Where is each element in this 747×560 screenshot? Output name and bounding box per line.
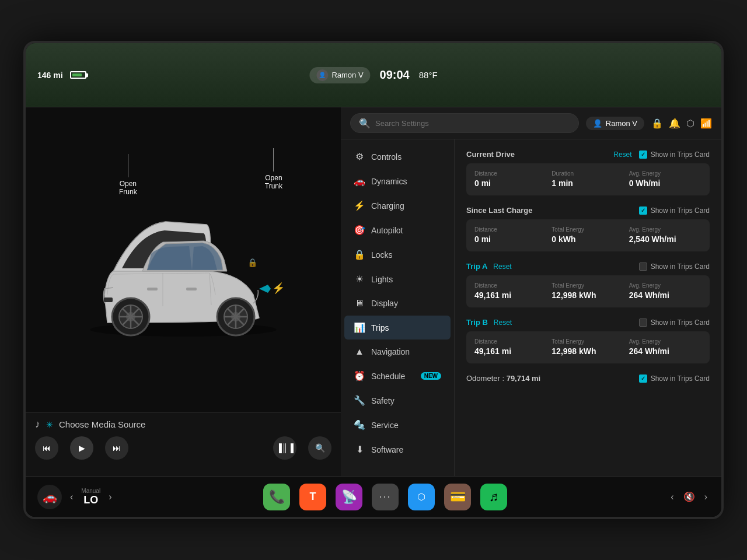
nav-label-controls: Controls xyxy=(371,152,402,162)
since-last-charge-checkbox[interactable]: ✓ xyxy=(639,206,647,215)
prev-track-button[interactable]: ⏮ xyxy=(35,436,58,460)
volume-chevron-left[interactable]: ‹ xyxy=(668,489,676,505)
radio-app-icon[interactable]: 📡 xyxy=(336,484,362,510)
nav-item-service[interactable]: 🔩 Service xyxy=(344,413,451,437)
avg-energy-value: 0 Wh/mi xyxy=(629,178,661,188)
current-drive-show-check[interactable]: ✓ Show in Trips Card xyxy=(639,150,710,159)
trip-b-title: Trip B xyxy=(466,318,488,327)
svg-rect-3 xyxy=(147,288,158,290)
car-taskbar-icon[interactable]: 🚗 xyxy=(37,485,62,509)
trip-a-header: Trip A Reset Show in Trips Card xyxy=(466,262,710,271)
trip-b-distance-value: 49,161 mi xyxy=(474,346,511,356)
since-last-charge-header: Since Last Charge ✓ Show in Trips Card xyxy=(466,206,710,215)
nav-item-schedule[interactable]: ⏰ Schedule NEW xyxy=(344,364,451,388)
svg-rect-21 xyxy=(104,298,113,302)
tesla-app-icon[interactable]: T xyxy=(299,484,326,510)
media-controls: ⏮ ▶ ⏭ ▐║▐ 🔍 xyxy=(35,436,331,460)
nav-label-trips: Trips xyxy=(371,323,389,332)
current-drive-checkbox[interactable]: ✓ xyxy=(639,150,647,159)
spotify-app-icon[interactable]: ♬ xyxy=(480,484,507,510)
current-drive-duration: Duration 1 min xyxy=(551,170,624,188)
charging-icon: ⚡ xyxy=(354,200,365,211)
odometer-checkbox[interactable]: ✓ xyxy=(639,374,647,383)
nav-item-safety[interactable]: 🔧 Safety xyxy=(344,388,451,412)
trip-b-avg-energy: Avg. Energy 264 Wh/mi xyxy=(629,338,701,356)
volume-chevron-right[interactable]: › xyxy=(702,489,710,505)
topbar-user-badge[interactable]: 👤 Ramon V xyxy=(309,67,370,83)
current-drive-card: Distance 0 mi Duration 1 min Avg. Energy… xyxy=(466,163,710,195)
odometer-show-label: Show in Trips Card xyxy=(651,374,710,383)
odometer-row: Odometer : 79,714 mi ✓ Show in Trips Car… xyxy=(466,374,710,383)
nav-item-controls[interactable]: ⚙ Controls xyxy=(344,145,451,169)
trip-a-show-label: Show in Trips Card xyxy=(651,262,710,271)
slc-total-energy-label: Total Energy xyxy=(551,226,624,233)
media-source-row: ♪ ✳ Choose Media Source xyxy=(35,418,331,430)
main-content: Open Frunk OpenTrunk xyxy=(26,107,721,476)
nav-item-locks[interactable]: 🔒 Locks xyxy=(344,243,451,267)
phone-app-icon[interactable]: 📞 xyxy=(263,484,290,510)
odometer-check[interactable]: ✓ Show in Trips Card xyxy=(639,374,710,383)
nav-item-charging[interactable]: ⚡ Charging xyxy=(344,194,451,218)
nav-label-safety: Safety xyxy=(371,396,395,405)
trip-b-checkbox[interactable] xyxy=(639,318,647,327)
media-source-label[interactable]: Choose Media Source xyxy=(59,419,145,429)
trip-a-check[interactable]: Show in Trips Card xyxy=(639,262,710,271)
trip-b-reset[interactable]: Reset xyxy=(494,318,512,327)
trip-b-check[interactable]: Show in Trips Card xyxy=(639,318,710,327)
music-note-icon: ♪ xyxy=(35,418,40,430)
nav-label-software: Software xyxy=(371,445,403,454)
topbar-temp: 88°F xyxy=(419,70,438,80)
since-last-charge-check[interactable]: ✓ Show in Trips Card xyxy=(639,206,710,215)
search-input[interactable] xyxy=(375,119,570,128)
trip-a-title: Trip A xyxy=(466,262,487,271)
trip-a-reset[interactable]: Reset xyxy=(493,262,511,271)
slc-distance-value: 0 mi xyxy=(474,235,491,244)
header-icons: 🔒 🔔 ⬡ 📶 xyxy=(651,118,712,129)
nav-item-autopilot[interactable]: 🎯 Autopilot xyxy=(344,218,451,242)
eq-button[interactable]: ▐║▐ xyxy=(273,436,296,460)
search-bar[interactable]: 🔍 xyxy=(350,113,579,133)
header-user-badge[interactable]: 👤 Ramon V xyxy=(586,117,644,130)
next-track-button[interactable]: ⏭ xyxy=(105,436,128,460)
signal-icon: 📶 xyxy=(700,118,712,129)
nav-label-navigation: Navigation xyxy=(371,347,410,356)
trip-a-checkbox[interactable] xyxy=(639,262,647,271)
nav-item-lights[interactable]: ☀ Lights xyxy=(344,267,451,291)
trip-a-total-energy: Total Energy 12,998 kWh xyxy=(551,282,624,300)
nav-item-display[interactable]: 🖥 Display xyxy=(344,292,451,315)
slc-distance-label: Distance xyxy=(474,226,547,233)
play-button[interactable]: ▶ xyxy=(70,436,93,460)
nav-label-schedule: Schedule xyxy=(371,372,405,381)
fan-chevron-right[interactable]: › xyxy=(106,489,114,505)
nav-item-software[interactable]: ⬇ Software xyxy=(344,438,451,461)
nav-item-dynamics[interactable]: 🚗 Dynamics xyxy=(344,169,451,193)
software-icon: ⬇ xyxy=(354,444,365,455)
fan-chevron-left[interactable]: ‹ xyxy=(68,489,75,505)
wallet-app-icon[interactable]: 💳 xyxy=(444,484,471,510)
nav-label-display: Display xyxy=(371,299,398,308)
safety-icon: 🔧 xyxy=(354,395,365,406)
topbar-center: 👤 Ramon V 09:04 88°F xyxy=(309,67,437,83)
fan-label: Manual xyxy=(81,488,100,494)
bell-icon[interactable]: 🔔 xyxy=(669,118,680,129)
search-media-button[interactable]: 🔍 xyxy=(308,436,331,460)
taskbar-right: ‹ 🔇 › xyxy=(616,489,710,505)
search-icon: 🔍 xyxy=(359,118,371,129)
slc-distance: Distance 0 mi xyxy=(474,226,547,244)
bluetooth-header-icon[interactable]: ⬡ xyxy=(686,118,694,129)
nav-item-trips[interactable]: 📊 Trips xyxy=(344,316,451,340)
taskbar-left: 🚗 ‹ Manual LO › xyxy=(37,485,154,509)
nav-item-navigation[interactable]: ▲ Navigation xyxy=(344,340,451,363)
trip-a-section: Trip A Reset Show in Trips Card Distance xyxy=(466,262,710,307)
more-apps-icon[interactable]: ··· xyxy=(372,484,399,510)
odometer-label: Odometer : xyxy=(466,374,504,383)
volume-mute-icon[interactable]: 🔇 xyxy=(683,491,695,502)
bluetooth-app-icon[interactable]: ⬡ xyxy=(408,484,435,510)
media-bar: ♪ ✳ Choose Media Source ⏮ ▶ ⏭ ▐║▐ 🔍 xyxy=(26,412,341,476)
current-drive-reset[interactable]: Reset xyxy=(613,150,631,159)
trip-b-avg-energy-label: Avg. Energy xyxy=(629,338,701,345)
trip-a-distance: Distance 49,161 mi xyxy=(474,282,547,300)
lock-header-icon[interactable]: 🔒 xyxy=(651,118,663,129)
top-bar: 146 mi 👤 Ramon V 09:04 88°F xyxy=(26,43,721,107)
trip-b-total-energy-value: 12,998 kWh xyxy=(551,346,596,356)
